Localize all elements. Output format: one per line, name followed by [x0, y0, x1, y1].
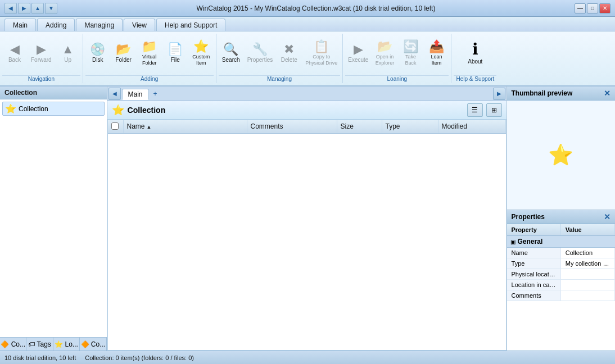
tab-main[interactable]: Main [122, 89, 149, 100]
content-area: ◀ Main + ▶ ⭐ Collection ☰ ⊞ Name [107, 87, 507, 351]
tab-new[interactable]: + [149, 89, 162, 99]
open-in-explorer-button[interactable]: 📂 Open inExplorer [372, 39, 397, 68]
collapse-icon[interactable]: ▣ [510, 239, 515, 245]
folder-button[interactable]: 📂 Folder [111, 42, 136, 65]
nav-back[interactable]: ◀ [4, 3, 17, 14]
prop-row-location-catalog: Location in catalog [507, 280, 615, 290]
prop-location-catalog-label: Location in catalog [507, 280, 561, 290]
main-layout: Collection ⭐ Collection 🔶 Co... 🏷 Tags ⭐… [0, 87, 615, 351]
ribbon-group-help: ℹ About Help & Support [451, 34, 499, 83]
col-check[interactable] [108, 120, 124, 133]
about-button[interactable]: ℹ About [463, 40, 487, 67]
group-label: General [518, 238, 543, 245]
nav-forward[interactable]: ▶ [18, 3, 30, 14]
col-size[interactable]: Size [337, 120, 382, 133]
managing-buttons: 🔍 Search 🔧 Properties ✖ Delete 📋 Copy to… [219, 34, 341, 75]
thumbnail-content: ⭐ [507, 101, 615, 210]
sidebar-tab-tags[interactable]: 🏷 Tags [26, 338, 53, 351]
up-icon: ▲ [62, 43, 74, 56]
tab-managing[interactable]: Managing [76, 19, 123, 31]
file-button[interactable]: 📄 File [163, 42, 188, 65]
take-back-button[interactable]: 🔄 TakeBack [398, 39, 423, 68]
forward-label: Forward [31, 57, 52, 63]
prop-type-label: Type [507, 258, 561, 269]
sidebar-tab-co[interactable]: 🔶 Co... [0, 338, 26, 351]
forward-button[interactable]: ▶ Forward [28, 42, 55, 65]
col-comments[interactable]: Comments [247, 120, 337, 133]
file-list-body [108, 134, 506, 246]
tab-adding[interactable]: Adding [37, 19, 75, 31]
properties-close[interactable]: ✕ [604, 212, 611, 221]
disk-button[interactable]: 💿 Disk [85, 42, 110, 65]
col-type[interactable]: Type [382, 120, 438, 133]
properties-title: Properties [512, 213, 545, 221]
prop-header-row: Property Value [507, 224, 615, 236]
prop-type-value: My collection folder [561, 258, 615, 269]
tab-nav-left[interactable]: ◀ [108, 88, 121, 100]
prop-name-label: Name [507, 248, 561, 258]
execute-icon: ▶ [354, 43, 363, 56]
window-title: WinCatalog 2015 - My WinCatalog Collecti… [57, 4, 575, 12]
sidebar-tab-lo[interactable]: ⭐ Lo... [53, 338, 80, 351]
search-icon: 🔍 [223, 43, 238, 56]
status-bar: 10 disk trial edition, 10 left Collectio… [0, 351, 615, 364]
copy-to-label: Copy toPhysical Drive [305, 54, 337, 66]
select-all-checkbox[interactable] [111, 122, 119, 130]
managing-group-label: Managing [219, 75, 341, 83]
adding-group-label: Adding [85, 75, 214, 83]
maximize-button[interactable]: □ [587, 3, 598, 13]
adding-buttons: 💿 Disk 📂 Folder 📁 VirtualFolder 📄 File ⭐… [85, 34, 214, 75]
window-controls: — □ ✕ [575, 3, 611, 13]
disk-icon: 💿 [90, 43, 105, 56]
thumbnail-preview-close[interactable]: ✕ [604, 89, 611, 98]
col-size-label: Size [341, 122, 354, 130]
prop-name-value: Collection [561, 248, 615, 258]
sidebar-content: ⭐ Collection [0, 99, 107, 337]
prop-col-value: Value [561, 224, 615, 235]
sidebar-item-collection[interactable]: ⭐ Collection [2, 102, 105, 116]
copy-to-button[interactable]: 📋 Copy toPhysical Drive [302, 39, 340, 68]
sidebar-header: Collection [0, 87, 107, 99]
loan-item-button[interactable]: 📤 LoanItem [424, 39, 449, 68]
minimize-button[interactable]: — [575, 3, 586, 13]
properties-button[interactable]: 🔧 Properties [245, 42, 276, 65]
navigation-buttons: ◀ Back ▶ Forward ▲ Up [2, 34, 80, 75]
delete-button[interactable]: ✖ Delete [277, 42, 301, 65]
tab-view[interactable]: View [124, 19, 155, 31]
sidebar-tab-lo-label: ⭐ Lo... [55, 340, 78, 348]
up-button[interactable]: ▲ Up [56, 42, 80, 65]
nav-arrows: ◀ ▶ ▲ ▼ [4, 3, 57, 14]
view-list-button[interactable]: ☰ [467, 103, 483, 117]
forward-icon: ▶ [37, 43, 46, 56]
back-button[interactable]: ◀ Back [2, 42, 27, 65]
tab-main[interactable]: Main [4, 19, 36, 31]
collection-icon: ⭐ [5, 103, 16, 114]
execute-button[interactable]: ▶ Execute [345, 42, 371, 65]
close-button[interactable]: ✕ [599, 3, 611, 13]
custom-item-button[interactable]: ⭐ CustomItem [189, 39, 214, 68]
status-info: Collection: 0 item(s) (folders: 0 / file… [85, 354, 194, 361]
thumbnail-preview-title: Thumbnail preview [512, 89, 573, 97]
sidebar-tab-co2-label: 🔶 Co... [81, 340, 106, 348]
ribbon-tabs: Main Adding Managing View Help and Suppo… [0, 17, 615, 31]
custom-item-label: CustomItem [192, 54, 210, 66]
nav-up-small[interactable]: ▲ [31, 3, 44, 14]
collection-header-title: Collection [128, 106, 464, 115]
sidebar-tab-co2[interactable]: 🔶 Co... [80, 338, 106, 351]
ribbon-group-managing: 🔍 Search 🔧 Properties ✖ Delete 📋 Copy to… [216, 34, 343, 83]
col-name[interactable]: Name [124, 120, 247, 133]
search-button[interactable]: 🔍 Search [219, 42, 243, 65]
tab-nav-right[interactable]: ▶ [493, 88, 505, 100]
prop-empty-area [507, 301, 615, 335]
virtual-folder-button[interactable]: 📁 VirtualFolder [137, 39, 162, 68]
tab-bar: ◀ Main + ▶ [107, 87, 507, 101]
loaning-group-label: Loaning [345, 75, 449, 83]
properties-label: Properties [247, 57, 273, 63]
nav-menu[interactable]: ▼ [45, 3, 57, 14]
tab-help-support[interactable]: Help and Support [156, 19, 225, 31]
delete-icon: ✖ [284, 43, 294, 56]
sidebar: Collection ⭐ Collection 🔶 Co... 🏷 Tags ⭐… [0, 87, 107, 351]
col-modified[interactable]: Modified [438, 120, 506, 133]
delete-label: Delete [281, 57, 297, 63]
view-thumb-button[interactable]: ⊞ [486, 103, 502, 117]
